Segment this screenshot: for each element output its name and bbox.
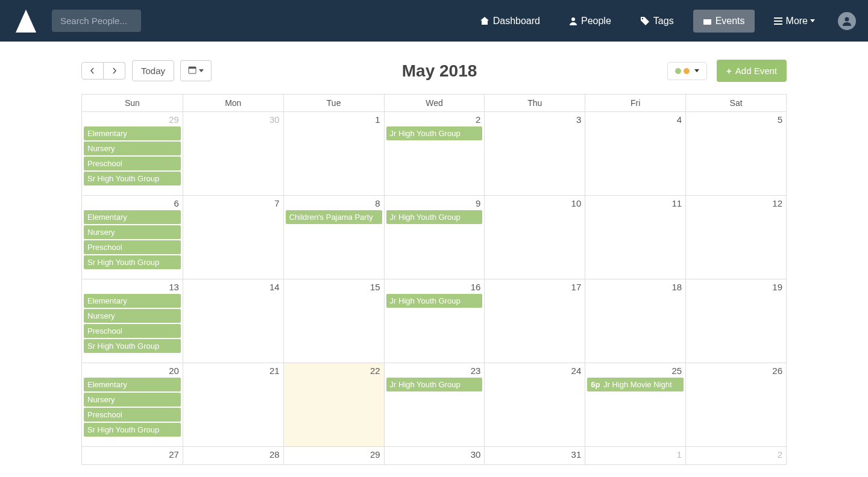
calendar-event[interactable]: Elementary [84, 378, 181, 391]
day-header: Thu [484, 95, 585, 111]
calendar-day-cell[interactable]: 3 [484, 111, 585, 195]
calendar-day-cell[interactable]: 26 [685, 363, 786, 446]
nav-dashboard[interactable]: Dashboard [470, 10, 550, 33]
event-label: Elementary [87, 296, 127, 305]
calendar-event[interactable]: Jr High Youth Group [386, 378, 483, 391]
calendar-event[interactable]: Sr High Youth Group [84, 339, 181, 353]
calendar-day-cell[interactable]: 15 [283, 279, 384, 363]
calendar-day-cell[interactable]: 23 Jr High Youth Group [384, 363, 485, 446]
event-label: Jr High Youth Group [390, 213, 461, 222]
calendar-day-cell[interactable]: 6 Elementary Nursery Preschool Sr High Y… [82, 195, 183, 279]
calendar-event[interactable]: Preschool [84, 240, 181, 254]
event-label: Nursery [87, 228, 115, 237]
calendar-day-cell[interactable]: 11 [585, 195, 685, 279]
day-number: 10 [571, 198, 582, 208]
calendar-day-cell[interactable]: 18 [585, 279, 685, 363]
calendar-event[interactable]: Sr High Youth Group [84, 255, 181, 269]
nav-tags[interactable]: Tags [631, 10, 684, 33]
calendar-day-cell[interactable]: 29 [283, 446, 384, 464]
next-month-button[interactable] [104, 62, 125, 80]
orange-dot-icon [684, 68, 690, 74]
calendar-day-cell[interactable]: 14 [183, 279, 283, 363]
calendar-day-cell[interactable]: 28 [183, 446, 283, 464]
day-number: 16 [471, 282, 481, 292]
calendar-day-cell[interactable]: 17 [484, 279, 585, 363]
calendar-day-cell[interactable]: 1 [283, 111, 384, 195]
event-label: Jr High Youth Group [390, 296, 461, 305]
date-picker-button[interactable] [180, 60, 212, 81]
calendar-day-cell[interactable]: 31 [484, 446, 585, 464]
day-number: 20 [169, 366, 179, 376]
search-input[interactable] [52, 10, 141, 32]
user-avatar[interactable] [838, 12, 856, 30]
calendar-day-cell[interactable]: 30 [384, 446, 485, 464]
plus-icon: + [726, 66, 732, 76]
calendar-day-cell[interactable]: 4 [585, 111, 685, 195]
event-label: Elementary [87, 129, 127, 138]
calendar-day-cell[interactable]: 29 Elementary Nursery Preschool Sr High … [82, 111, 183, 195]
day-number: 26 [772, 366, 782, 376]
calendar-event[interactable]: Elementary [84, 294, 181, 308]
nav-people-label: People [581, 16, 611, 26]
calendar-event[interactable]: Nursery [84, 225, 181, 239]
calendar-event[interactable]: Jr High Youth Group [386, 126, 483, 140]
nav-dashboard-label: Dashboard [493, 16, 540, 26]
calendar-event[interactable]: Nursery [84, 142, 181, 155]
calendar-day-cell[interactable]: 30 [183, 111, 283, 195]
events-wrap: Jr High Youth Group [386, 126, 483, 140]
nav-arrows [81, 62, 125, 80]
calendar-event[interactable]: Nursery [84, 393, 181, 407]
calendar-day-cell[interactable]: 19 [685, 279, 786, 363]
event-label: Elementary [87, 213, 127, 222]
prev-month-button[interactable] [81, 62, 104, 80]
calendar-day-cell[interactable]: 1 [585, 446, 685, 464]
day-number: 30 [471, 449, 481, 460]
calendar-day-cell[interactable]: 8 Children's Pajama Party [283, 195, 384, 279]
calendar-day-cell[interactable]: 5 [685, 111, 786, 195]
nav-people[interactable]: People [559, 10, 621, 33]
day-number: 29 [370, 449, 380, 460]
calendar-day-cell[interactable]: 16 Jr High Youth Group [384, 279, 485, 363]
calendar-event[interactable]: 6p Jr High Movie Night [587, 378, 684, 391]
app-logo[interactable] [12, 7, 40, 35]
today-button[interactable]: Today [132, 60, 174, 81]
calendar-day-cell[interactable]: 12 [685, 195, 786, 279]
calendar-event[interactable]: Elementary [84, 126, 181, 140]
calendar-day-cell[interactable]: 2 Jr High Youth Group [384, 111, 485, 195]
calendar-event[interactable]: Sr High Youth Group [84, 423, 181, 437]
calendar-event[interactable]: Preschool [84, 408, 181, 422]
calendar-icon [703, 16, 712, 25]
event-label: Jr High Youth Group [390, 380, 461, 389]
calendar-day-cell[interactable]: 7 [183, 195, 283, 279]
calendar-day-cell[interactable]: 9 Jr High Youth Group [384, 195, 485, 279]
calendar-event[interactable]: Preschool [84, 324, 181, 338]
calendar-event[interactable]: Children's Pajama Party [286, 210, 382, 224]
calendar-event[interactable]: Nursery [84, 309, 181, 323]
month-title: May 2018 [402, 61, 477, 81]
calendar-day-cell[interactable]: 21 [183, 363, 283, 446]
day-header: Sat [685, 95, 786, 111]
calendar-day-cell[interactable]: 256p Jr High Movie Night [585, 363, 685, 446]
calendar-day-cell[interactable]: 24 [484, 363, 585, 446]
day-number: 28 [269, 449, 280, 460]
day-number: 22 [370, 366, 380, 376]
calendar-event[interactable]: Preschool [84, 157, 181, 170]
add-event-button[interactable]: + Add Event [717, 60, 787, 82]
category-filter-button[interactable] [667, 62, 707, 80]
calendar-event[interactable]: Jr High Youth Group [386, 294, 483, 308]
calendar-day-cell[interactable]: 13 Elementary Nursery Preschool Sr High … [82, 279, 183, 363]
nav-more[interactable]: More [764, 10, 825, 33]
calendar-event[interactable]: Elementary [84, 210, 181, 224]
calendar-day-cell[interactable]: 10 [484, 195, 585, 279]
nav-events[interactable]: Events [693, 10, 755, 33]
calendar-day-cell[interactable]: 20 Elementary Nursery Preschool Sr High … [82, 363, 183, 446]
calendar-day-cell[interactable]: 2 [685, 446, 786, 464]
day-number: 5 [778, 114, 782, 125]
calendar-day-cell[interactable]: 27 [82, 446, 183, 464]
day-number: 1 [375, 114, 380, 125]
calendar-event[interactable]: Sr High Youth Group [84, 172, 181, 186]
day-number: 4 [677, 114, 682, 125]
day-number: 21 [269, 366, 280, 376]
calendar-event[interactable]: Jr High Youth Group [386, 210, 483, 224]
calendar-day-cell[interactable]: 22 [283, 363, 384, 446]
